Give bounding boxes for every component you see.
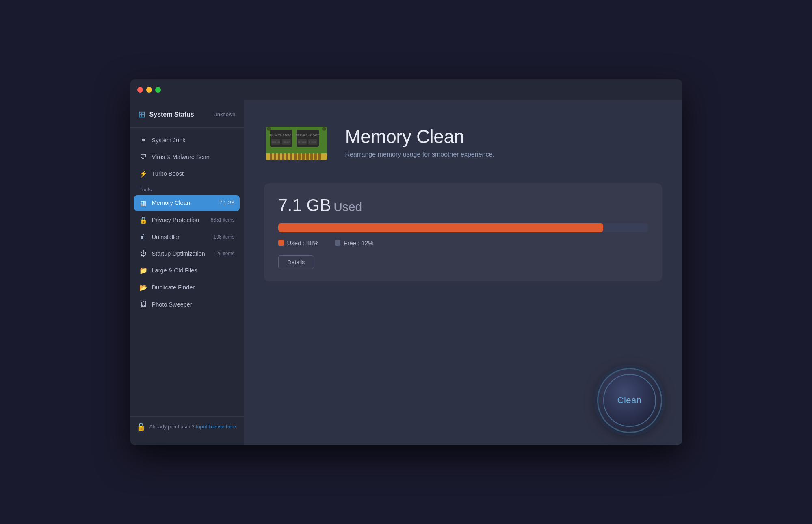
clean-button-outer[interactable]: Clean [597, 368, 662, 433]
sidebar-item-privacy-protection[interactable]: 🔒 Privacy Protection 8651 items [134, 212, 240, 228]
sidebar: ⊞ System Status Unknown 🖥 System Junk 🛡 … [130, 100, 244, 445]
nav-label-turbo-boost: Turbo Boost [152, 170, 235, 177]
legend-used-label: Used : 88% [287, 239, 319, 246]
nav-label-large-old-files: Large & Old Files [152, 267, 235, 274]
monitor-icon: 🖥 [139, 137, 148, 144]
nav-badge-memory-clean: 7.1 GB [219, 200, 234, 206]
svg-rect-7 [290, 153, 292, 160]
footer-text: Already purchased? Input license here [149, 424, 236, 430]
tools-section-label: Tools [134, 183, 240, 195]
legend-used: Used : 88% [278, 239, 319, 246]
nav-label-memory-clean: Memory Clean [152, 200, 220, 206]
sidebar-footer: 🔓 Already purchased? Input license here [130, 416, 244, 437]
hero-subtitle: Rearrange memory usage for smoother expe… [345, 151, 494, 158]
svg-point-28 [322, 127, 326, 131]
svg-text:016AEF: 016AEF [282, 141, 290, 144]
ram-icon: 99U5469-016AEF 99U5469-016AEF 99U5469 01… [264, 113, 329, 170]
app-window: ⊞ System Status Unknown 🖥 System Junk 🛡 … [130, 79, 682, 445]
clean-button-wrapper: Clean [597, 368, 662, 433]
svg-rect-9 [298, 153, 301, 160]
svg-text:99U5469: 99U5469 [271, 141, 280, 144]
nav-label-virus-malware: Virus & Malware Scan [152, 154, 235, 160]
memory-value: 7.1 GB [278, 196, 331, 215]
sidebar-nav: 🖥 System Junk 🛡 Virus & Malware Scan ⚡ T… [130, 133, 244, 416]
memory-used-label: 7.1 GBUsed [278, 196, 648, 215]
nav-label-privacy-protection: Privacy Protection [152, 217, 211, 223]
memory-icon: ▦ [139, 199, 148, 207]
svg-rect-13 [314, 153, 317, 160]
maximize-button[interactable] [155, 87, 161, 93]
sidebar-item-photo-sweeper[interactable]: 🖼 Photo Sweeper [134, 297, 240, 312]
nav-label-system-junk: System Junk [152, 137, 235, 144]
power-icon: ⏻ [139, 250, 148, 257]
progress-legend: Used : 88% Free : 12% [278, 239, 648, 246]
sidebar-item-large-old-files[interactable]: 📁 Large & Old Files [134, 263, 240, 278]
sidebar-item-system-junk[interactable]: 🖥 System Junk [134, 133, 240, 148]
sidebar-title: System Status [149, 111, 194, 118]
trash-icon: 🗑 [139, 233, 148, 241]
svg-rect-5 [282, 153, 284, 160]
svg-rect-2 [270, 153, 272, 160]
sidebar-item-uninstaller[interactable]: 🗑 Uninstaller 106 items [134, 229, 240, 245]
content-area: ⊞ System Status Unknown 🖥 System Junk 🛡 … [130, 100, 682, 445]
svg-text:99U5469-016AEF: 99U5469-016AEF [295, 134, 319, 137]
sidebar-header: ⊞ System Status Unknown [130, 100, 244, 128]
details-button[interactable]: Details [278, 255, 314, 269]
free-dot [335, 240, 340, 246]
nav-badge-uninstaller: 106 items [213, 234, 234, 240]
svg-rect-4 [278, 153, 280, 160]
ram-icon-wrapper: 99U5469-016AEF 99U5469-016AEF 99U5469 01… [264, 113, 329, 171]
nav-label-photo-sweeper: Photo Sweeper [152, 301, 235, 308]
system-status-icon: ⊞ [138, 109, 145, 120]
sidebar-item-duplicate-finder[interactable]: 📂 Duplicate Finder [134, 280, 240, 296]
svg-point-27 [267, 127, 271, 131]
hero-text: Memory Clean Rearrange memory usage for … [345, 126, 494, 158]
svg-text:99U5469: 99U5469 [298, 141, 306, 144]
folder-large-icon: 📁 [139, 267, 148, 274]
photo-icon: 🖼 [139, 301, 148, 308]
memory-unit: Used [333, 200, 362, 213]
shield-icon: 🛡 [139, 153, 148, 161]
used-dot [278, 240, 284, 246]
svg-rect-3 [274, 153, 276, 160]
clean-button-inner: Clean [603, 374, 656, 427]
svg-rect-14 [318, 153, 321, 160]
close-button[interactable] [137, 87, 143, 93]
clean-button-label: Clean [617, 395, 642, 406]
svg-text:99U5469-016AEF: 99U5469-016AEF [269, 134, 293, 137]
svg-rect-8 [294, 153, 297, 160]
license-lock-icon: 🔓 [136, 422, 145, 431]
nav-label-uninstaller: Uninstaller [152, 234, 214, 240]
svg-text:016AEF: 016AEF [309, 141, 316, 144]
stats-section: 7.1 GBUsed Used : 88% Free : 12% Detail [264, 183, 662, 281]
hero-section: 99U5469-016AEF 99U5469-016AEF 99U5469 01… [264, 113, 662, 171]
sidebar-item-virus-malware[interactable]: 🛡 Virus & Malware Scan [134, 149, 240, 165]
minimize-button[interactable] [146, 87, 152, 93]
legend-free: Free : 12% [335, 239, 373, 246]
svg-rect-6 [286, 153, 288, 160]
legend-free-label: Free : 12% [344, 239, 373, 246]
svg-rect-10 [302, 153, 305, 160]
progress-bar-container [278, 223, 648, 232]
sidebar-item-memory-clean[interactable]: ▦ Memory Clean 7.1 GB [134, 195, 240, 211]
main-content: 99U5469-016AEF 99U5469-016AEF 99U5469 01… [244, 100, 682, 445]
license-link[interactable]: Input license here [196, 424, 236, 430]
lock-nav-icon: 🔒 [139, 216, 148, 224]
svg-rect-11 [306, 153, 309, 160]
nav-badge-privacy-protection: 8651 items [211, 217, 235, 223]
nav-label-duplicate-finder: Duplicate Finder [152, 284, 235, 291]
window-controls [137, 87, 161, 93]
status-badge: Unknown [213, 111, 235, 117]
bolt-icon: ⚡ [139, 170, 148, 178]
svg-rect-12 [310, 153, 313, 160]
nav-badge-startup-optimization: 29 items [216, 251, 234, 257]
hero-title: Memory Clean [345, 126, 494, 148]
nav-label-startup-optimization: Startup Optimization [152, 250, 217, 257]
folder-dup-icon: 📂 [139, 284, 148, 291]
progress-bar-fill [278, 223, 604, 232]
title-bar [130, 79, 682, 100]
sidebar-item-startup-optimization[interactable]: ⏻ Startup Optimization 29 items [134, 246, 240, 261]
sidebar-item-turbo-boost[interactable]: ⚡ Turbo Boost [134, 166, 240, 182]
